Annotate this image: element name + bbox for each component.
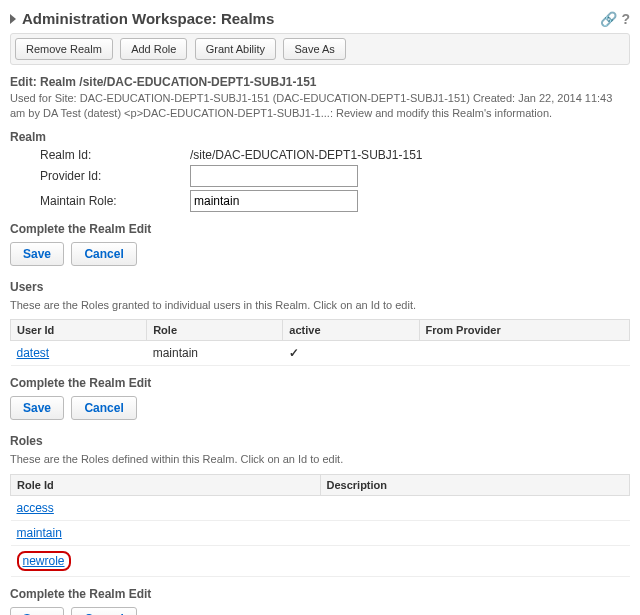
role-desc [320,520,630,545]
save-button-2[interactable]: Save [10,396,64,420]
table-row: maintain [11,520,630,545]
realm-id-label: Realm Id: [40,148,190,162]
save-button-1[interactable]: Save [10,242,64,266]
users-heading: Users [10,280,630,294]
toolbar: Remove Realm Add Role Grant Ability Save… [10,33,630,65]
complete-heading-1: Complete the Realm Edit [10,222,630,236]
provider-row: Provider Id: [40,165,630,187]
user-from [419,341,629,366]
page-title: Administration Workspace: Realms [22,10,274,27]
cancel-button-2[interactable]: Cancel [71,396,136,420]
save-button-3[interactable]: Save [10,607,64,615]
remove-realm-button[interactable]: Remove Realm [15,38,113,60]
complete-heading-3: Complete the Realm Edit [10,587,630,601]
role-desc [320,495,630,520]
user-id-link[interactable]: datest [17,346,50,360]
maintain-row: Maintain Role: [40,190,630,212]
grant-ability-button[interactable]: Grant Ability [195,38,276,60]
cancel-button-3[interactable]: Cancel [71,607,136,615]
table-row: datestmaintain✓ [11,341,630,366]
expand-icon[interactable] [10,14,16,24]
roles-table: Role Id Description accessmaintainnewrol… [10,474,630,577]
realm-heading: Realm [10,130,630,144]
role-id-link[interactable]: access [17,501,54,515]
realm-id-row: Realm Id: /site/DAC-EDUCATION-DEPT1-SUBJ… [40,148,630,162]
page-title-bar: Administration Workspace: Realms 🔗 ? [10,10,630,27]
users-col-id: User Id [11,320,147,341]
link-icon[interactable]: 🔗 [600,11,617,27]
table-row: newrole [11,545,630,576]
users-col-from: From Provider [419,320,629,341]
roles-col-id: Role Id [11,474,321,495]
maintain-label: Maintain Role: [40,194,190,208]
cancel-button-1[interactable]: Cancel [71,242,136,266]
users-desc: These are the Roles granted to individua… [10,298,630,313]
help-icon[interactable]: ? [621,11,630,27]
table-row: access [11,495,630,520]
save-as-button[interactable]: Save As [283,38,345,60]
provider-label: Provider Id: [40,169,190,183]
role-id-link[interactable]: newrole [23,554,65,568]
roles-heading: Roles [10,434,630,448]
edit-title: Edit: Realm /site/DAC-EDUCATION-DEPT1-SU… [10,75,630,89]
roles-col-desc: Description [320,474,630,495]
add-role-button[interactable]: Add Role [120,38,187,60]
users-col-role: Role [147,320,283,341]
maintain-input[interactable] [190,190,358,212]
realm-id-value: /site/DAC-EDUCATION-DEPT1-SUBJ1-151 [190,148,423,162]
user-active: ✓ [283,341,419,366]
users-col-active: active [283,320,419,341]
users-table: User Id Role active From Provider datest… [10,319,630,366]
user-role: maintain [147,341,283,366]
edit-description: Used for Site: DAC-EDUCATION-DEPT1-SUBJ1… [10,91,630,122]
provider-input[interactable] [190,165,358,187]
role-id-link[interactable]: maintain [17,526,62,540]
roles-desc: These are the Roles defined within this … [10,452,630,467]
complete-heading-2: Complete the Realm Edit [10,376,630,390]
role-desc [320,545,630,576]
